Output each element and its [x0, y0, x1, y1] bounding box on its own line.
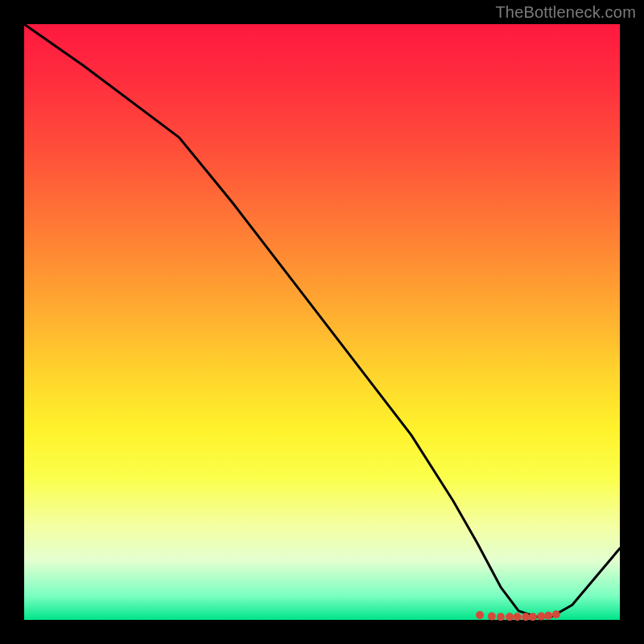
data-marker — [522, 613, 530, 621]
chart-frame: TheBottleneck.com — [0, 0, 644, 644]
data-marker — [488, 613, 496, 621]
data-marker — [476, 611, 484, 619]
attribution-text: TheBottleneck.com — [495, 3, 636, 22]
data-marker — [552, 610, 560, 618]
data-curve — [24, 24, 620, 617]
data-marker — [544, 612, 552, 620]
data-markers — [476, 610, 560, 621]
data-marker — [529, 613, 537, 621]
data-marker — [537, 613, 545, 621]
data-marker — [497, 613, 505, 621]
data-marker — [514, 613, 522, 621]
data-marker — [506, 613, 514, 621]
plot-overlay — [24, 24, 620, 620]
